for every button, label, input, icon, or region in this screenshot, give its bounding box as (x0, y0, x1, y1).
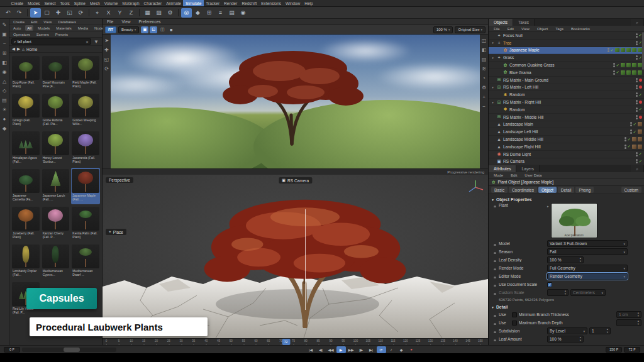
zoom-in-icon[interactable]: + (480, 93, 488, 101)
history-icon[interactable]: ≋ (480, 65, 488, 72)
camera-lock-icon[interactable]: ▣ (141, 26, 148, 33)
enabled-check-icon[interactable]: ✓ (639, 92, 642, 97)
search-icon[interactable]: ⌕ (631, 19, 644, 26)
texture-tag-icon[interactable] (626, 48, 631, 52)
material-tag-icon[interactable] (638, 145, 642, 149)
texture-tag-icon[interactable] (632, 70, 636, 75)
aov-list-icon[interactable]: ▤ (480, 55, 488, 63)
tab-attributes[interactable]: Attributes (489, 165, 516, 172)
texture-tag-icon[interactable] (632, 63, 636, 67)
visibility-dots-icon[interactable] (636, 85, 638, 89)
light-create-icon[interactable]: ☀ (1, 106, 8, 113)
prev-key-button[interactable]: ◀| (316, 346, 326, 353)
prev-frame-button[interactable]: ◀◀ (326, 346, 336, 353)
primitive-cube-icon[interactable]: ▣ (1, 30, 8, 38)
tab-layers[interactable]: Layers (516, 165, 540, 172)
use-document-scale-checkbox[interactable]: ✓ (547, 282, 552, 287)
object-item-random[interactable]: ✱Random✓ (489, 91, 644, 99)
tab-objects[interactable]: Objects (489, 19, 513, 26)
object-item-rs-matrix-middle-hill[interactable]: ⊞RS Matrix - Middle Hill (489, 114, 644, 121)
timeline-scroll-handle[interactable] (64, 348, 80, 352)
material-tag-icon[interactable] (638, 129, 642, 134)
menu-select[interactable]: Select (42, 0, 58, 6)
menu-window[interactable]: Window (284, 0, 303, 6)
field-tool-icon[interactable]: △ (1, 77, 8, 85)
start-frame-field[interactable]: 0 F (4, 347, 20, 353)
pass-dropdown[interactable]: Beauty▾ (118, 26, 139, 33)
material-tag-icon[interactable] (638, 137, 642, 141)
object-item-common-quaking-grass[interactable]: ✿Common Quaking Grass✓ (489, 62, 644, 69)
menu-mesh[interactable]: Mesh (87, 0, 102, 6)
attr-tab-coordinates[interactable]: Coordinates (509, 187, 537, 193)
menu-volume[interactable]: Volume (102, 0, 120, 6)
filter-icon[interactable]: ▼ (92, 38, 100, 45)
object-item-landscape-middle-hill[interactable]: ▲Landscape Middle Hill✓ (489, 136, 644, 143)
visibility-dots-icon[interactable] (630, 129, 632, 134)
object-item-random[interactable]: ✱Random✓ (489, 106, 644, 114)
sound-button[interactable]: ♪ (387, 346, 396, 353)
am-mode-edit[interactable]: Edit (509, 172, 519, 178)
attr-tab-phong[interactable]: Phong (575, 187, 594, 193)
caret-icon[interactable]: ▾ (491, 41, 495, 45)
asset-tab-materials[interactable]: Materials (54, 25, 73, 31)
abort-render-icon[interactable]: ■ (167, 26, 175, 33)
clear-search-icon[interactable]: ✕ (86, 40, 89, 44)
texture-tag-icon[interactable] (615, 48, 619, 52)
object-item-rs-camera[interactable]: ▣RS Camera✓ (489, 158, 644, 165)
plant-asset[interactable]: Field Maple (Fall. Plant) (71, 55, 100, 91)
place-tool-chip[interactable]: ⌖ Place (106, 229, 126, 235)
ab-compare-icon[interactable]: ◧ (480, 46, 488, 53)
visibility-dots-icon[interactable] (625, 145, 626, 149)
undo-icon[interactable]: ↶ (3, 8, 13, 18)
custom-dropdown[interactable]: Custom (621, 187, 641, 193)
render-menu-preferences[interactable]: Preferences (136, 19, 162, 25)
pan-view-icon[interactable]: ✚ (103, 46, 111, 53)
asset-tab-all[interactable]: All (25, 25, 33, 31)
menu-simulate[interactable]: Simulate (183, 0, 203, 6)
rotate-tool-icon[interactable]: ⟳ (75, 8, 86, 18)
texture-tag-icon[interactable] (638, 48, 642, 52)
om-menu-object[interactable]: Object (535, 26, 550, 31)
simulate-scene-icon[interactable]: ◎ (181, 8, 192, 18)
asset-menu-view[interactable]: View (42, 19, 53, 25)
object-item-grass[interactable]: ▾+Grass✓ (489, 54, 644, 62)
dolly-view-icon[interactable]: ◱ (103, 55, 111, 63)
caret-icon[interactable]: ▾ (491, 56, 495, 60)
section-object-properties[interactable]: ▼Object Properties (491, 197, 641, 202)
search-icon[interactable]: ⌕ (631, 165, 644, 172)
plant-asset[interactable]: Japanese Maple (Fall. ... (71, 168, 100, 204)
texture-tag-icon[interactable] (638, 70, 642, 75)
object-item-blue-grama[interactable]: ✿Blue Grama✓ (489, 69, 644, 77)
texture-tag-icon[interactable] (621, 63, 625, 67)
render-off-icon[interactable] (639, 85, 642, 89)
view-menu[interactable]: Perspective (106, 177, 133, 183)
spline-tool-icon[interactable]: ~ (1, 40, 8, 47)
menu-render[interactable]: Render (222, 0, 240, 6)
visibility-dots-icon[interactable] (636, 78, 638, 82)
plant-asset[interactable]: Juneberry (Fall. Plant) (11, 206, 40, 242)
loop-button[interactable]: ⟳ (377, 346, 386, 353)
plant-asset[interactable]: Honey Locust 'Sunbur... (42, 130, 70, 167)
object-item-focus-null[interactable]: +Focus Null✓ (489, 32, 644, 40)
plant-asset[interactable]: Lombardy Poplar (Fall... (11, 243, 40, 280)
tag-create-icon[interactable]: ◆ (1, 124, 8, 132)
enabled-check-icon[interactable]: ✓ (633, 122, 636, 127)
texture-tag-icon[interactable] (621, 48, 625, 52)
plant-asset[interactable]: Dwarf Mountain Pine (F... (42, 55, 70, 91)
visibility-dots-icon[interactable] (636, 115, 638, 119)
menu-create[interactable]: Create (9, 0, 26, 6)
enabled-check-icon[interactable]: ✓ (628, 137, 631, 142)
plant-asset[interactable]: Golden Weeping Willo... (71, 92, 100, 129)
visibility-dots-icon[interactable] (613, 63, 615, 67)
render-options-icon[interactable]: ⚙ (480, 84, 488, 91)
visibility-dots-icon[interactable] (625, 137, 626, 141)
plant-asset[interactable]: Japanese Camellia (Fa... (11, 168, 40, 204)
om-menu-bookmarks[interactable]: Bookmarks (569, 26, 592, 31)
attr-tab-basic[interactable]: Basic (491, 187, 508, 193)
material-tag-icon[interactable] (638, 122, 642, 126)
editor-mode-dropdown[interactable]: Render Geometry▾ (547, 273, 628, 280)
texture-tag-icon[interactable] (621, 70, 625, 75)
color-sample-icon[interactable]: ◔ (480, 74, 488, 82)
render-picture-viewer-icon[interactable]: ▨ (153, 8, 164, 18)
am-mode-user-data[interactable]: User Data (523, 172, 543, 178)
